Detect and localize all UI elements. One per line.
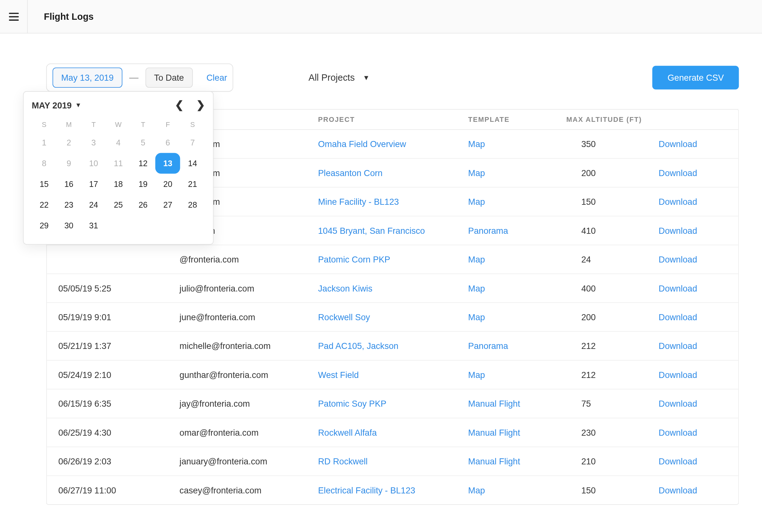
cell-template-link[interactable]: Manual Flight xyxy=(468,456,567,466)
download-link[interactable]: Download xyxy=(658,428,739,437)
cell-template-link[interactable]: Manual Flight xyxy=(468,399,567,409)
hamburger-icon xyxy=(8,11,19,22)
calendar-day[interactable]: 23 xyxy=(56,195,81,215)
cell-project-link[interactable]: Rockwell Alfafa xyxy=(318,428,468,437)
cell-project-link[interactable]: Patomic Corn PKP xyxy=(318,254,468,264)
cell-template-link[interactable]: Map xyxy=(468,197,567,207)
date-dash: — xyxy=(129,72,138,83)
date-range-group: May 13, 2019 — To Date Clear xyxy=(46,63,234,92)
caret-down-icon: ▼ xyxy=(75,101,82,108)
download-link[interactable]: Download xyxy=(658,456,739,466)
cell-project-link[interactable]: Jackson Kiwis xyxy=(318,283,468,293)
download-link[interactable]: Download xyxy=(658,139,739,149)
calendar-day[interactable]: 19 xyxy=(131,174,156,195)
cell-template-link[interactable]: Map xyxy=(468,139,567,149)
cell-date: 05/05/19 5:25 xyxy=(58,283,180,293)
cell-pilot: julio@fronteria.com xyxy=(180,283,318,293)
download-link[interactable]: Download xyxy=(658,312,739,322)
generate-csv-button[interactable]: Generate CSV xyxy=(652,66,739,89)
cell-template-link[interactable]: Manual Flight xyxy=(468,428,567,437)
cell-template-link[interactable]: Map xyxy=(468,370,567,380)
calendar-day[interactable]: 20 xyxy=(155,174,180,195)
cell-project-link[interactable]: 1045 Bryant, San Francisco xyxy=(318,226,468,235)
calendar-day[interactable]: 10 xyxy=(81,153,106,173)
filter-controls: May 13, 2019 — To Date Clear All Project… xyxy=(0,33,762,109)
download-link[interactable]: Download xyxy=(658,283,739,293)
cell-template-link[interactable]: Map xyxy=(468,283,567,293)
calendar-day[interactable]: 24 xyxy=(81,195,106,215)
table-row: 05/19/19 9:01june@fronteria.comRockwell … xyxy=(47,303,738,332)
to-date-button[interactable]: To Date xyxy=(145,68,193,88)
cell-template-link[interactable]: Panorama xyxy=(468,226,567,235)
download-link[interactable]: Download xyxy=(658,254,739,264)
hamburger-menu-button[interactable] xyxy=(0,0,28,33)
cell-project-link[interactable]: Pad AC105, Jackson xyxy=(318,341,468,351)
cell-template-link[interactable]: Map xyxy=(468,485,567,495)
calendar-day[interactable]: 15 xyxy=(32,174,56,195)
calendar-day[interactable]: 14 xyxy=(180,153,205,173)
calendar-day[interactable]: 2 xyxy=(56,132,81,153)
calendar-month-select[interactable]: MAY 2019 ▼ xyxy=(32,100,81,110)
download-link[interactable]: Download xyxy=(658,485,739,495)
cell-project-link[interactable]: RD Rockwell xyxy=(318,456,468,466)
calendar-day[interactable]: 12 xyxy=(131,153,156,173)
calendar-day[interactable]: 18 xyxy=(106,174,131,195)
cell-project-link[interactable]: Pleasanton Corn xyxy=(318,168,468,178)
calendar-day[interactable]: 3 xyxy=(81,132,106,153)
download-link[interactable]: Download xyxy=(658,197,739,207)
cell-project-link[interactable]: Mine Facility - BL123 xyxy=(318,197,468,207)
download-link[interactable]: Download xyxy=(658,226,739,235)
calendar-day[interactable]: 6 xyxy=(155,132,180,153)
calendar-prev-button[interactable]: ❮ xyxy=(175,99,184,111)
calendar-day[interactable]: 26 xyxy=(131,195,156,215)
cell-altitude: 400 xyxy=(567,283,658,293)
table-row: 06/25/19 4:30omar@fronteria.comRockwell … xyxy=(47,419,738,447)
cell-template-link[interactable]: Panorama xyxy=(468,341,567,351)
calendar-day[interactable]: 28 xyxy=(180,195,205,215)
calendar-day[interactable]: 31 xyxy=(81,215,106,236)
cell-project-link[interactable]: Electrical Facility - BL123 xyxy=(318,485,468,495)
calendar-day[interactable]: 21 xyxy=(180,174,205,195)
calendar-day[interactable]: 30 xyxy=(56,215,81,236)
calendar-day[interactable]: 27 xyxy=(155,195,180,215)
cell-template-link[interactable]: Map xyxy=(468,168,567,178)
cell-project-link[interactable]: Rockwell Soy xyxy=(318,312,468,322)
from-date-button[interactable]: May 13, 2019 xyxy=(53,68,122,88)
calendar-next-button[interactable]: ❯ xyxy=(196,99,205,111)
cell-pilot: jay@fronteria.com xyxy=(180,399,318,409)
calendar-day[interactable]: 5 xyxy=(131,132,156,153)
cell-altitude: 75 xyxy=(567,399,658,409)
cell-template-link[interactable]: Map xyxy=(468,254,567,264)
cell-altitude: 410 xyxy=(567,226,658,235)
project-select[interactable]: All Projects ▼ xyxy=(309,72,370,83)
calendar-day[interactable]: 16 xyxy=(56,174,81,195)
calendar-day[interactable]: 7 xyxy=(180,132,205,153)
calendar-day[interactable]: 25 xyxy=(106,195,131,215)
cell-altitude: 150 xyxy=(567,485,658,495)
page-title: Flight Logs xyxy=(44,11,94,22)
download-link[interactable]: Download xyxy=(658,370,739,380)
calendar-day[interactable]: 1 xyxy=(32,132,56,153)
download-link[interactable]: Download xyxy=(658,168,739,178)
clear-dates-link[interactable]: Clear xyxy=(206,73,227,83)
cell-pilot: june@fronteria.com xyxy=(180,312,318,322)
calendar-day[interactable]: 9 xyxy=(56,153,81,173)
calendar-day[interactable]: 4 xyxy=(106,132,131,153)
calendar-day[interactable]: 8 xyxy=(32,153,56,173)
calendar-day[interactable]: 29 xyxy=(32,215,56,236)
cell-project-link[interactable]: Patomic Soy PKP xyxy=(318,399,468,409)
cell-altitude: 200 xyxy=(567,312,658,322)
cell-project-link[interactable]: West Field xyxy=(318,370,468,380)
cell-template-link[interactable]: Map xyxy=(468,312,567,322)
cell-project-link[interactable]: Omaha Field Overview xyxy=(318,139,468,149)
calendar-day[interactable]: 11 xyxy=(106,153,131,173)
calendar-day[interactable]: 22 xyxy=(32,195,56,215)
download-link[interactable]: Download xyxy=(658,341,739,351)
calendar-day[interactable]: 13 xyxy=(155,153,180,173)
cell-altitude: 212 xyxy=(567,370,658,380)
download-link[interactable]: Download xyxy=(658,399,739,409)
cell-date: 06/15/19 6:35 xyxy=(58,399,180,409)
calendar-header: MAY 2019 ▼ ❮ ❯ xyxy=(32,99,205,111)
calendar-day[interactable]: 17 xyxy=(81,174,106,195)
calendar-nav: ❮ ❯ xyxy=(175,99,205,111)
